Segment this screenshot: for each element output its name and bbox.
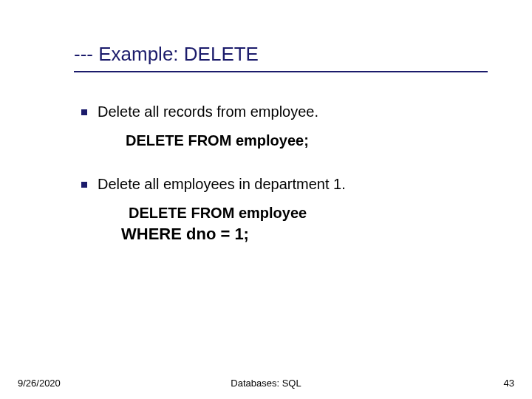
code-line: DELETE FROM employee	[129, 205, 495, 222]
slide: --- Example: DELETE Delete all records f…	[0, 0, 532, 399]
code-line: WHERE dno = 1;	[121, 225, 495, 244]
bullet-square-icon	[81, 109, 87, 115]
title-underline	[74, 71, 488, 72]
bullet-text: Delete all records from employee.	[98, 103, 318, 120]
title-wrap: --- Example: DELETE	[74, 43, 259, 66]
footer-date: 9/26/2020	[18, 378, 61, 389]
slide-title: --- Example: DELETE	[74, 43, 259, 66]
footer-title: Databases: SQL	[231, 378, 301, 389]
footer-page-number: 43	[504, 378, 514, 389]
bullet-square-icon	[81, 182, 87, 188]
bullet-item: Delete all records from employee.	[81, 103, 495, 120]
bullet-text: Delete all employees in department 1.	[98, 176, 346, 193]
code-line: DELETE FROM employee;	[126, 132, 495, 149]
bullet-item: Delete all employees in department 1.	[81, 176, 495, 193]
footer: 9/26/2020 Databases: SQL 43	[0, 378, 532, 389]
content-area: Delete all records from employee. DELETE…	[81, 103, 495, 244]
